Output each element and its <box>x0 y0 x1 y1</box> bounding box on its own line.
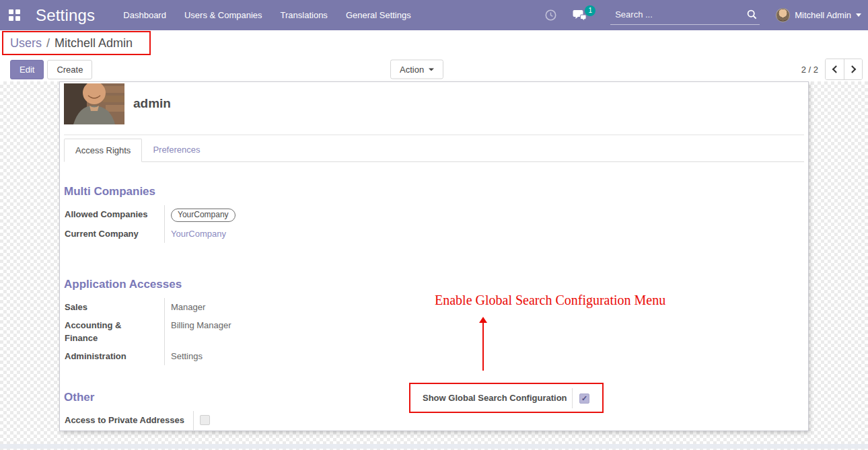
field-value: Manager <box>165 298 231 316</box>
nav-item-general-settings[interactable]: General Settings <box>346 10 411 20</box>
message-count-badge: 1 <box>585 5 595 16</box>
field-label: Allowed Companies <box>64 205 165 225</box>
section-title: Application Accesses <box>64 278 804 291</box>
field-label: Current Company <box>64 225 165 243</box>
company-link[interactable]: YourCompany <box>171 229 226 239</box>
section-title: Multi Companies <box>64 185 804 198</box>
nav-item-users-companies[interactable]: Users & Companies <box>184 10 262 20</box>
breadcrumb-bar: Users / Mitchell Admin <box>0 30 868 57</box>
field-label: Sales <box>64 298 165 316</box>
window-bottom-strip <box>0 444 868 449</box>
company-tag[interactable]: YourCompany <box>171 209 236 222</box>
app-title[interactable]: Settings <box>36 6 95 25</box>
caret-down-icon <box>429 68 434 71</box>
pager-value: 2 / 2 <box>801 65 818 75</box>
breadcrumb-current: Mitchell Admin <box>55 36 133 50</box>
tab-access-rights[interactable]: Access Rights <box>64 139 142 162</box>
field-label: Access to Private Addresses <box>64 411 194 431</box>
create-button[interactable]: Create <box>47 60 92 79</box>
annotation-box-breadcrumb: Users / Mitchell Admin <box>2 31 151 55</box>
action-dropdown-button[interactable]: Action <box>390 60 443 79</box>
control-bar: Edit Create Action 2 / 2 <box>0 57 868 81</box>
pager-next-button[interactable] <box>844 59 862 79</box>
messaging-icon[interactable]: 1 <box>573 9 587 22</box>
field-value: Settings <box>165 347 231 365</box>
record-pager: 2 / 2 <box>801 59 863 80</box>
field-row-private-addresses: Access to Private Addresses <box>64 411 210 431</box>
chevron-right-icon <box>848 65 856 73</box>
section-multi-companies: Multi Companies Allowed Companies YourCo… <box>64 185 804 243</box>
caret-down-icon <box>856 13 861 17</box>
activity-clock-icon[interactable] <box>545 9 556 21</box>
apps-menu-icon[interactable] <box>9 9 20 21</box>
nav-item-translations[interactable]: Translations <box>281 10 328 20</box>
private-addresses-checkbox[interactable] <box>200 415 210 425</box>
breadcrumb-parent-link[interactable]: Users <box>10 36 42 50</box>
main-menu: Dashboard Users & Companies Translations… <box>123 10 410 20</box>
breadcrumb-separator: / <box>46 36 50 50</box>
edit-button[interactable]: Edit <box>10 60 44 79</box>
user-menu[interactable]: Mitchell Admin <box>795 10 851 20</box>
field-row-administration: Administration Settings <box>64 347 231 365</box>
field-row-accounting-finance: Accounting & Finance Billing Manager <box>64 316 231 347</box>
annotation-box-global-search: Show Global Search Configuration <box>409 383 604 413</box>
search-input[interactable] <box>610 6 760 24</box>
field-value: Billing Manager <box>165 316 231 347</box>
magnifier-icon[interactable] <box>747 9 757 22</box>
global-search-config-checkbox[interactable] <box>579 393 589 404</box>
field-row-sales: Sales Manager <box>64 298 231 316</box>
field-row-current-company: Current Company YourCompany <box>64 225 236 243</box>
section-application-accesses: Application Accesses Sales Manager Accou… <box>64 278 804 365</box>
global-search <box>610 6 760 25</box>
chevron-left-icon <box>832 65 839 73</box>
action-label: Action <box>400 65 424 75</box>
navbar-right: 1 Mitchell Admin <box>545 6 868 25</box>
page-root: Settings Dashboard Users & Companies Tra… <box>0 0 868 450</box>
record-header: admin <box>64 82 804 124</box>
annotation-arrow-up <box>478 317 488 371</box>
field-label: Administration <box>64 347 165 365</box>
field-label: Show Global Search Configuration <box>423 393 572 403</box>
annotation-note-text: Enable Global Search Configuration Menu <box>435 293 665 308</box>
record-name: admin <box>133 96 171 124</box>
notebook-tabs: Access Rights Preferences <box>64 139 804 162</box>
pager-previous-button[interactable] <box>826 59 844 79</box>
user-avatar-small[interactable] <box>776 8 790 22</box>
top-navbar: Settings Dashboard Users & Companies Tra… <box>0 0 868 30</box>
tab-preferences[interactable]: Preferences <box>142 139 211 161</box>
field-separator <box>572 388 573 408</box>
field-label: Accounting & Finance <box>64 316 165 347</box>
header-divider <box>64 135 804 135</box>
form-sheet: admin Access Rights Preferences Multi Co… <box>59 81 809 431</box>
field-row-allowed-companies: Allowed Companies YourCompany <box>64 205 236 225</box>
user-avatar-photo[interactable] <box>64 83 124 124</box>
nav-item-dashboard[interactable]: Dashboard <box>123 10 166 20</box>
